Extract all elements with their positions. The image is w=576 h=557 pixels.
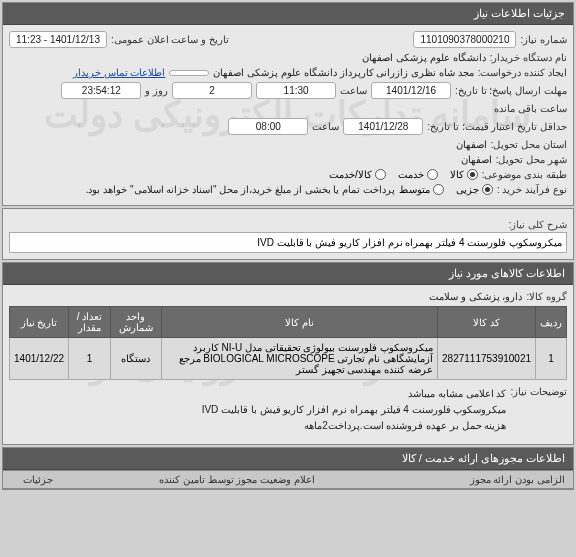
cell-date: 1401/12/22 — [10, 338, 69, 380]
panel-title: جزئیات اطلاعات نیاز — [3, 3, 573, 25]
delivery-province-label: استان محل تحویل: — [491, 139, 567, 150]
notes-text: کد اعلامی مشابه میباشد میکروسکوپ فلورسنت… — [202, 386, 507, 434]
contact-link[interactable]: اطلاعات تماس خریدار — [73, 67, 166, 78]
valid-time-label: ساعت — [312, 121, 339, 132]
permits-panel: اطلاعات مجوزهای ارائه خدمت / کالا الزامی… — [2, 447, 574, 490]
col-name: نام کالا — [161, 307, 437, 338]
delivery-province: اصفهان — [456, 139, 487, 150]
deadline-label: مهلت ارسال پاسخ؛ تا تاریخ: — [455, 85, 567, 96]
process-radio-group: جزیی متوسط — [399, 184, 493, 195]
group-value: دارو، پزشکی و سلامت — [429, 291, 522, 302]
announce-label: تاریخ و ساعت اعلان عمومی: — [111, 34, 229, 45]
budget-option-0[interactable]: کالا — [450, 169, 478, 180]
need-number: 1101090378000210 — [413, 31, 516, 48]
radio-icon — [482, 184, 493, 195]
valid-date: 1401/12/28 — [343, 118, 423, 135]
process-option-1[interactable]: متوسط — [399, 184, 444, 195]
cell-name: میکروسکوپ فلورسنت بیولوژی تحقیقاتی مدل N… — [161, 338, 437, 380]
buyer-org: دانشگاه علوم پزشکی اصفهان — [362, 52, 485, 63]
items-table: ردیف کد کالا نام کالا واحد شمارش تعداد /… — [9, 306, 567, 380]
valid-label: حداقل تاریخ اعتبار قیمت؛ تا تاریخ: — [427, 121, 567, 132]
delivery-city: اصفهان — [461, 154, 492, 165]
note-line: هزینه حمل بر عهده فروشنده است.پرداخت2ماه… — [202, 418, 507, 434]
process-option-0[interactable]: جزیی — [456, 184, 493, 195]
need-number-label: شماره نیاز: — [520, 34, 567, 45]
note-line: میکروسکوپ فلورسنت 4 فیلتر بهمراه نرم افز… — [202, 402, 507, 418]
deadline-time: 11:30 — [256, 82, 336, 99]
radio-icon — [433, 184, 444, 195]
main-panel: جزئیات اطلاعات نیاز سامانه تدارکات الکتر… — [2, 2, 574, 206]
contact-box — [169, 70, 209, 76]
notes-label: توضیحات نیاز: — [510, 386, 567, 397]
col-code: کد کالا — [438, 307, 536, 338]
radio-icon — [467, 169, 478, 180]
days-remain: 2 — [172, 82, 252, 99]
table-row: 1 2827111753910021 میکروسکوپ فلورسنت بیو… — [10, 338, 567, 380]
valid-time: 08:00 — [228, 118, 308, 135]
budget-label: طبقه بندی موضوعی: — [482, 169, 567, 180]
deadline-time-label: ساعت — [340, 85, 367, 96]
cell-unit: دستگاه — [111, 338, 162, 380]
mandatory-header: الزامی بودن ارائه مجوز — [323, 470, 573, 489]
radio-icon — [375, 169, 386, 180]
days-sep: روز و — [145, 85, 168, 96]
creator-label: ایجاد کننده درخواست: — [478, 67, 567, 78]
budget-option-2[interactable]: کالا/خدمت — [329, 169, 386, 180]
need-desc-label: شرح کلی نیاز: — [9, 219, 567, 230]
cell-qty: 1 — [69, 338, 111, 380]
buyer-org-label: نام دستگاه خریدار: — [490, 52, 567, 63]
creator: مجد شاه نظری زازرانی کارپرداز دانشگاه عل… — [213, 67, 473, 78]
col-idx: ردیف — [536, 307, 567, 338]
desc-panel: شرح کلی نیاز: میکروسکوپ فلورسنت 4 فیلتر … — [2, 208, 574, 260]
permits-header: اطلاعات مجوزهای ارائه خدمت / کالا — [3, 448, 573, 470]
budget-option-1[interactable]: خدمت — [398, 169, 438, 180]
group-label: گروه کالا: — [526, 291, 567, 302]
cell-idx: 1 — [536, 338, 567, 380]
process-label: نوع فرآیند خرید : — [497, 184, 567, 195]
col-date: تاریخ نیاز — [10, 307, 69, 338]
status-header: اعلام وضعیت مجوز توسط تامین کننده — [73, 470, 323, 489]
delivery-city-label: شهر محل تحویل: — [496, 154, 567, 165]
col-qty: تعداد / مقدار — [69, 307, 111, 338]
radio-icon — [427, 169, 438, 180]
deadline-date: 1401/12/16 — [371, 82, 451, 99]
time-remain: 23:54:12 — [61, 82, 141, 99]
remain-label: ساعت باقی مانده — [494, 103, 567, 114]
items-panel: اطلاعات کالاهای مورد نیاز سامانه تدارکات… — [2, 262, 574, 445]
process-note: پرداخت تمام یا بخشی از مبلغ خرید،از محل … — [86, 184, 395, 195]
col-unit: واحد شمارش — [111, 307, 162, 338]
announce-value: 1401/12/13 - 11:23 — [9, 31, 107, 48]
table-header-row: ردیف کد کالا نام کالا واحد شمارش تعداد /… — [10, 307, 567, 338]
budget-radio-group: کالا خدمت کالا/خدمت — [329, 169, 478, 180]
need-desc-text: میکروسکوپ فلورسنت 4 فیلتر بهمراه نرم افز… — [9, 232, 567, 253]
items-header: اطلاعات کالاهای مورد نیاز — [3, 263, 573, 285]
cell-code: 2827111753910021 — [438, 338, 536, 380]
note-line: کد اعلامی مشابه میباشد — [202, 386, 507, 402]
details-tab[interactable]: جزئیات — [3, 470, 73, 489]
